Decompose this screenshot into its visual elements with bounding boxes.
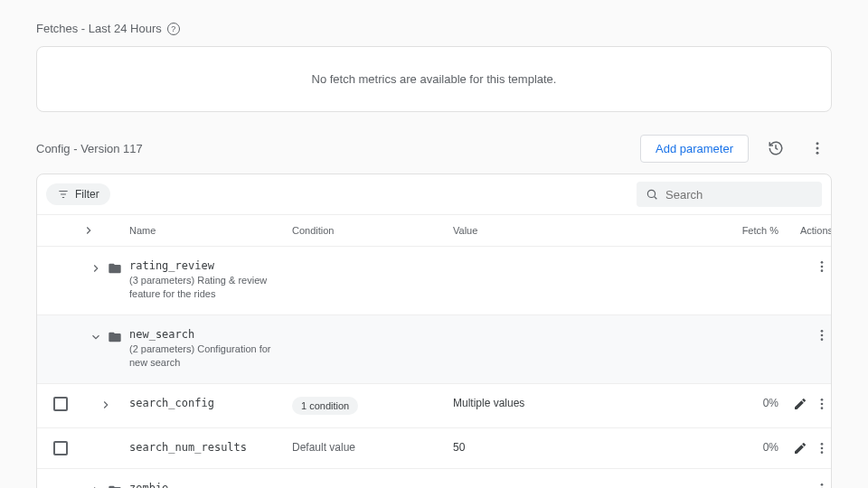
- row-checkbox[interactable]: [53, 441, 68, 455]
- row-value: 50: [453, 441, 724, 454]
- table-row[interactable]: search_num_results Default value 50 0%: [37, 428, 831, 469]
- row-more-icon[interactable]: [815, 259, 832, 274]
- edit-icon[interactable]: [793, 397, 807, 411]
- row-more-icon[interactable]: [815, 441, 832, 455]
- table-row[interactable]: rating_review (3 parameters) Rating & re…: [37, 247, 831, 315]
- folder-icon: [108, 261, 122, 276]
- fetches-section-title: Fetches - Last 24 Hours ?: [36, 22, 832, 35]
- svg-point-17: [821, 443, 824, 446]
- fetches-empty-card: No fetch metrics are available for this …: [36, 46, 832, 112]
- svg-point-16: [821, 407, 824, 409]
- row-desc: (2 parameters) Configuration for new sea…: [129, 343, 283, 371]
- svg-point-1: [816, 147, 819, 150]
- history-icon[interactable]: [761, 134, 790, 163]
- row-name: search_num_results: [129, 441, 292, 454]
- svg-point-2: [816, 152, 819, 155]
- row-name: new_search: [129, 328, 292, 341]
- table-row[interactable]: new_search (2 parameters) Configuration …: [37, 315, 831, 384]
- edit-icon[interactable]: [793, 441, 807, 455]
- table-row[interactable]: zombie (3 parameters) All params related…: [37, 469, 831, 488]
- svg-point-6: [647, 190, 655, 197]
- svg-point-9: [821, 266, 824, 268]
- svg-point-18: [821, 446, 824, 449]
- chevron-right-icon[interactable]: [99, 399, 112, 411]
- chevron-right-icon[interactable]: [90, 262, 102, 275]
- svg-point-15: [821, 402, 824, 405]
- row-name: rating_review: [129, 259, 292, 272]
- svg-point-14: [821, 399, 824, 401]
- folder-icon: [108, 330, 122, 344]
- row-name: zombie: [129, 482, 292, 488]
- config-title: Config - Version 117: [36, 142, 143, 155]
- svg-point-0: [816, 142, 819, 145]
- row-checkbox[interactable]: [53, 397, 68, 411]
- row-name: search_config: [129, 397, 292, 409]
- svg-point-12: [821, 333, 824, 336]
- add-parameter-button[interactable]: Add parameter: [640, 135, 749, 163]
- row-more-icon[interactable]: [815, 482, 832, 488]
- table-row[interactable]: search_config 1 condition Multiple value…: [37, 384, 831, 428]
- search-icon: [646, 187, 658, 202]
- expand-all-icon[interactable]: [82, 224, 95, 237]
- svg-point-19: [821, 451, 824, 454]
- more-menu-icon[interactable]: [803, 134, 832, 163]
- search-box[interactable]: [637, 182, 822, 207]
- svg-point-20: [821, 483, 824, 486]
- table-header: Name Condition Value Fetch % Actions: [37, 214, 831, 247]
- col-value: Value: [453, 225, 724, 236]
- row-condition: Default value: [292, 441, 453, 454]
- folder-icon: [108, 483, 122, 488]
- row-fetch: 0%: [724, 397, 778, 409]
- filter-label: Filter: [75, 188, 99, 201]
- row-fetch: 0%: [724, 441, 778, 454]
- chevron-down-icon[interactable]: [90, 331, 102, 343]
- condition-chip[interactable]: 1 condition: [292, 397, 358, 415]
- chevron-right-icon[interactable]: [90, 484, 102, 488]
- svg-point-10: [821, 269, 824, 272]
- svg-point-8: [821, 261, 824, 264]
- filter-icon: [57, 188, 70, 201]
- row-more-icon[interactable]: [815, 397, 832, 411]
- svg-point-11: [821, 330, 824, 333]
- row-more-icon[interactable]: [815, 328, 832, 343]
- col-condition: Condition: [292, 225, 453, 236]
- col-name: Name: [129, 225, 292, 236]
- col-actions: Actions: [778, 225, 832, 236]
- search-input[interactable]: [665, 188, 813, 202]
- filter-chip[interactable]: Filter: [46, 183, 110, 205]
- fetches-title-text: Fetches - Last 24 Hours: [36, 22, 162, 35]
- col-fetch: Fetch %: [724, 225, 778, 236]
- row-value: Multiple values: [453, 397, 724, 409]
- svg-point-13: [821, 338, 824, 341]
- help-icon[interactable]: ?: [167, 23, 180, 35]
- svg-line-7: [655, 197, 657, 200]
- fetches-empty-message: No fetch metrics are available for this …: [312, 72, 557, 86]
- row-desc: (3 parameters) Rating & review feature f…: [129, 274, 283, 302]
